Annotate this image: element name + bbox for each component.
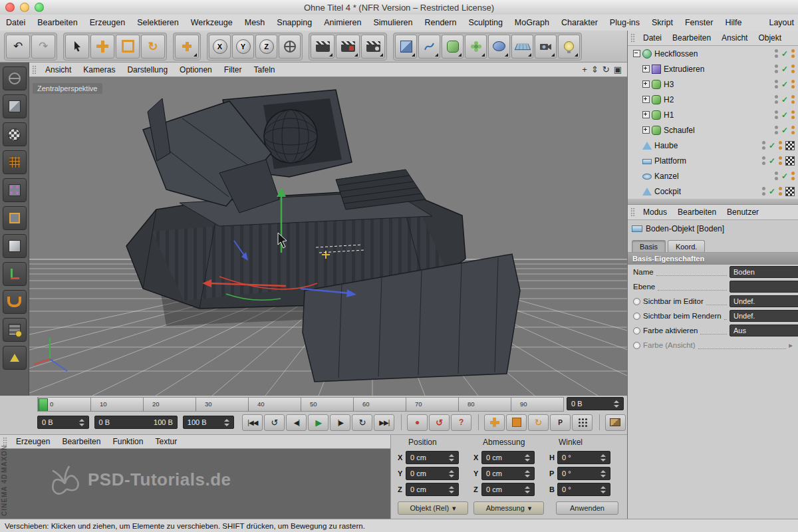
position-z-field[interactable]: 0 cm xyxy=(406,483,459,496)
timeline-frame-field[interactable]: 0 B xyxy=(567,397,624,410)
menu-sculpting[interactable]: Sculpting xyxy=(462,18,508,27)
vp-menu-ansicht[interactable]: Ansicht xyxy=(39,65,77,74)
expand-icon[interactable] xyxy=(642,111,650,118)
menu-werkzeuge[interactable]: Werkzeuge xyxy=(185,18,239,27)
lock-x-axis-button[interactable]: X xyxy=(209,35,231,59)
live-selection-button[interactable] xyxy=(65,35,89,59)
enabled-check-icon[interactable]: ✓ xyxy=(769,142,775,150)
timeline-playhead[interactable] xyxy=(39,398,48,412)
angle-h-field[interactable]: 0 ° xyxy=(557,451,610,464)
model-mode-button[interactable] xyxy=(3,94,27,118)
layer-dots-icon[interactable] xyxy=(791,95,795,98)
tab-koord[interactable]: Koord. xyxy=(668,240,705,252)
object-label[interactable]: Cockpit xyxy=(654,187,681,196)
menu-charakter[interactable]: Charakter xyxy=(555,18,604,27)
scale-tool-button[interactable] xyxy=(116,35,140,59)
layer-lock-button[interactable] xyxy=(3,318,27,342)
expand-icon[interactable] xyxy=(642,65,650,72)
vp-menu-tafeln[interactable]: Tafeln xyxy=(247,65,281,74)
goto-start-button[interactable]: |◀◀ xyxy=(242,414,263,431)
stepper[interactable] xyxy=(446,486,454,493)
visibility-dots-icon[interactable] xyxy=(762,187,765,190)
sichtbar-rendern-dropdown[interactable]: Undef. xyxy=(730,310,798,322)
object-label[interactable]: Schaufel xyxy=(664,126,695,135)
stepper[interactable] xyxy=(610,400,619,408)
move-tool-button[interactable] xyxy=(90,35,114,59)
enabled-check-icon[interactable]: ✓ xyxy=(769,157,775,165)
prev-frame-button[interactable]: ◀| xyxy=(286,414,307,431)
layer-dots-icon[interactable] xyxy=(791,172,795,175)
enabled-check-icon[interactable]: ✓ xyxy=(781,126,788,134)
layer-dots-icon[interactable] xyxy=(779,141,782,144)
end-frame-field[interactable]: 100 B xyxy=(183,416,235,429)
stepper[interactable] xyxy=(597,470,606,477)
points-mode-button[interactable] xyxy=(3,178,27,202)
animation-radio-icon[interactable] xyxy=(633,327,640,334)
texture-tag-icon[interactable] xyxy=(785,156,795,166)
key-scale-button[interactable] xyxy=(506,414,527,431)
coord-size-dropdown[interactable]: Abmessung ▾ xyxy=(473,501,544,515)
stepper[interactable] xyxy=(446,454,454,462)
workplane-mode-button[interactable] xyxy=(3,150,27,174)
animation-radio-icon[interactable] xyxy=(633,298,640,305)
layer-dots-icon[interactable] xyxy=(779,156,782,160)
magnet-tool-button[interactable] xyxy=(3,290,27,314)
am-menu-benutzer[interactable]: Benutzer xyxy=(722,207,764,217)
menu-animieren[interactable]: Animieren xyxy=(318,18,367,27)
viewport[interactable]: Zentralperspektive xyxy=(29,77,627,396)
key-parameter-button[interactable]: P xyxy=(550,414,571,431)
prev-key-button[interactable]: ↺ xyxy=(264,414,285,431)
lock-z-axis-button[interactable]: Z xyxy=(255,35,277,59)
zoom-view-icon[interactable]: ⇕ xyxy=(591,65,598,74)
object-label[interactable]: Haube xyxy=(654,141,678,150)
texture-mode-button[interactable] xyxy=(3,122,27,146)
visibility-dots-icon[interactable] xyxy=(775,49,778,53)
size-y-field[interactable]: 0 cm xyxy=(481,467,535,480)
name-field[interactable]: Boden xyxy=(730,266,798,278)
layer-dots-icon[interactable] xyxy=(779,187,782,190)
key-pla-button[interactable] xyxy=(572,414,593,431)
am-menu-bearbeiten[interactable]: Bearbeiten xyxy=(672,207,722,217)
add-subdivision-surface-button[interactable] xyxy=(442,35,464,59)
visibility-dots-icon[interactable] xyxy=(775,80,778,83)
preview-range-slider[interactable]: 0 B 100 B xyxy=(94,416,178,429)
position-x-field[interactable]: 0 cm xyxy=(406,451,459,464)
menu-hilfe[interactable]: Hilfe xyxy=(719,18,747,27)
object-label[interactable]: H2 xyxy=(664,95,674,104)
make-editable-button[interactable] xyxy=(3,66,27,90)
collapse-icon[interactable] xyxy=(633,50,640,57)
object-label[interactable]: Extrudieren xyxy=(664,65,704,74)
object-label[interactable]: H1 xyxy=(664,110,674,120)
layer-dots-icon[interactable] xyxy=(791,110,795,114)
edges-mode-button[interactable] xyxy=(3,206,27,230)
stepper[interactable] xyxy=(521,470,530,477)
undo-button[interactable]: ↶ xyxy=(6,35,30,59)
panel-splitter[interactable] xyxy=(628,199,798,205)
enabled-check-icon[interactable]: ✓ xyxy=(781,96,788,104)
enabled-check-icon[interactable]: ✓ xyxy=(781,50,788,58)
vp-menu-filter[interactable]: Filter xyxy=(218,65,248,74)
om-menu-datei[interactable]: Datei xyxy=(638,33,667,43)
mat-menu-funktion[interactable]: Funktion xyxy=(106,437,149,446)
add-array-button[interactable] xyxy=(465,35,487,59)
add-camera-button[interactable] xyxy=(535,35,557,59)
tree-item-schaufel[interactable]: Schaufel ✓ xyxy=(628,122,798,138)
tab-basis[interactable]: Basis xyxy=(632,240,666,252)
position-y-field[interactable]: 0 cm xyxy=(406,467,459,480)
stepper[interactable] xyxy=(597,454,606,462)
next-frame-button[interactable]: |▶ xyxy=(330,414,350,431)
menu-bearbeiten[interactable]: Bearbeiten xyxy=(31,18,83,27)
menu-fenster[interactable]: Fenster xyxy=(679,18,719,27)
timeline-ruler[interactable]: 0 10 20 30 40 50 60 70 80 90 xyxy=(37,397,564,412)
tree-item-heckflossen[interactable]: Heckflossen ✓ xyxy=(628,46,798,61)
visibility-dots-icon[interactable] xyxy=(775,126,778,129)
menu-plugins[interactable]: Plug-ins xyxy=(604,18,646,27)
autokey-button[interactable]: ↺ xyxy=(429,414,450,431)
mat-menu-bearbeiten[interactable]: Bearbeiten xyxy=(56,437,106,446)
layer-dots-icon[interactable] xyxy=(791,49,795,53)
texture-tag-icon[interactable] xyxy=(785,187,795,196)
enabled-check-icon[interactable]: ✓ xyxy=(781,65,788,73)
vp-menu-kameras[interactable]: Kameras xyxy=(77,65,121,74)
pan-view-icon[interactable]: + xyxy=(582,65,587,74)
enabled-check-icon[interactable]: ✓ xyxy=(769,188,775,196)
